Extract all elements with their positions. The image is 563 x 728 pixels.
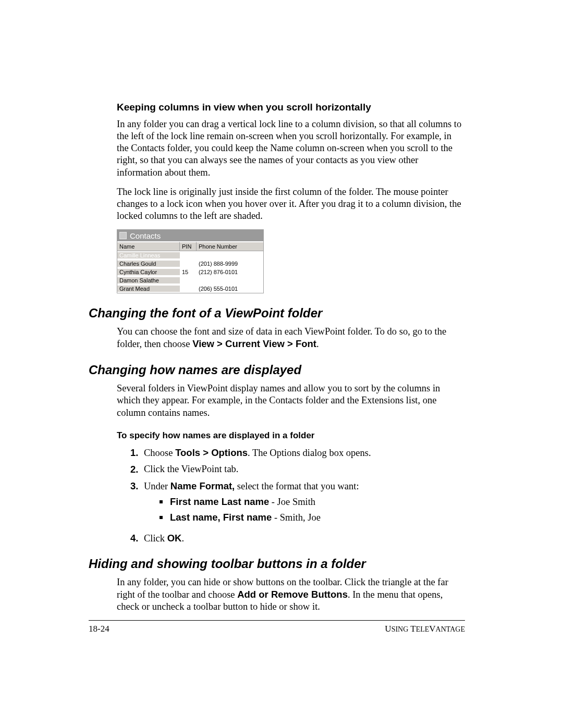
cell-name: Camille Linneas: [117, 252, 180, 258]
contacts-header-row: Name PIN Phone Number: [117, 241, 263, 251]
contacts-title-text: Contacts: [130, 231, 161, 240]
step-text: Click OK.: [144, 533, 465, 544]
list-item: 2. Click the ViewPoint tab.: [130, 464, 465, 475]
cell-pin: 15: [180, 269, 197, 275]
table-row[interactable]: Camille Linneas: [117, 251, 263, 260]
menu-add-remove-buttons: Add or Remove Buttons: [237, 589, 348, 600]
text: SING: [391, 625, 409, 633]
page-number: 18-24: [89, 624, 109, 634]
list-item: 4. Click OK.: [130, 533, 465, 544]
cell-name: Grant Mead: [117, 286, 180, 292]
text: .: [316, 339, 319, 349]
para-lockline-behavior: The lock line is originally just inside …: [117, 186, 465, 222]
label-name-format: Name Format,: [170, 480, 235, 491]
step-text: Under Name Format, select the format tha…: [144, 480, 465, 527]
text: ANTAGE: [436, 625, 465, 633]
option-last-first: Last name, First name: [170, 512, 272, 523]
table-row[interactable]: Charles Gould (201) 888-9999: [117, 260, 263, 268]
list-item: First name Last name - Joe Smith: [160, 496, 465, 508]
text: .: [181, 533, 184, 544]
square-bullet-icon: [160, 500, 163, 503]
cell-name: Cynthia Caylor: [117, 269, 180, 275]
text: select the format that you want:: [235, 481, 359, 491]
option-text: Last name, First name - Smith, Joe: [170, 512, 321, 523]
heading-hiding-toolbar: Hiding and showing toolbar buttons in a …: [89, 557, 465, 571]
text: Choose: [144, 448, 175, 458]
list-item: 1. Choose Tools > Options. The Options d…: [130, 447, 465, 459]
text: ELE: [416, 625, 430, 633]
text: V: [429, 624, 435, 634]
para-changing-font: You can choose the font and size of data…: [117, 326, 465, 350]
text: Click: [144, 533, 167, 544]
cell-name: Damon Salathe: [117, 277, 180, 283]
menu-path-view-font: View > Current View > Font: [192, 338, 316, 349]
subheading-specify-names: To specify how names are displayed in a …: [117, 430, 465, 441]
list-item: Last name, First name - Smith, Joe: [160, 512, 465, 523]
step-number: 3.: [130, 480, 144, 527]
step-number: 2.: [130, 464, 144, 475]
heading-changing-font: Changing the font of a ViewPoint folder: [89, 306, 465, 320]
text: - Joe Smith: [269, 497, 315, 507]
option-first-last: First name Last name: [170, 496, 269, 507]
page-footer: 18-24 USING TELEVANTAGE: [89, 620, 465, 634]
text: U: [385, 624, 391, 634]
cell-phone: (206) 555-0101: [197, 286, 263, 292]
para-hiding-toolbar: In any folder, you can hide or show butt…: [117, 576, 465, 613]
para-changing-names: Several folders in ViewPoint display nam…: [117, 382, 465, 418]
text: Under: [144, 481, 170, 491]
list-item: 3. Under Name Format, select the format …: [130, 480, 465, 527]
button-label-ok: OK: [167, 533, 182, 544]
col-header-pin[interactable]: PIN: [180, 242, 197, 251]
table-row[interactable]: Damon Salathe: [117, 276, 263, 285]
col-header-name[interactable]: Name: [117, 242, 180, 251]
cell-name: Charles Gould: [117, 261, 180, 267]
cell-phone: (201) 888-9999: [197, 261, 263, 267]
step-number: 4.: [130, 533, 144, 544]
table-row[interactable]: Cynthia Caylor 15 (212) 876-0101: [117, 268, 263, 276]
heading-keeping-columns: Keeping columns in view when you scroll …: [117, 102, 465, 113]
square-bullet-icon: [160, 516, 163, 519]
cell-phone: (212) 876-0101: [197, 269, 263, 275]
col-header-phone[interactable]: Phone Number: [197, 242, 263, 251]
table-row[interactable]: Grant Mead (206) 555-0101: [117, 285, 263, 293]
menu-path-tools-options: Tools > Options: [175, 447, 248, 458]
document-page: Keeping columns in view when you scroll …: [0, 0, 563, 728]
option-text: First name Last name - Joe Smith: [170, 496, 315, 508]
text: . The Options dialog box opens.: [248, 448, 371, 458]
contacts-icon: [119, 232, 127, 239]
format-options: First name Last name - Joe Smith Last na…: [160, 496, 465, 523]
step-text: Click the ViewPoint tab.: [144, 464, 465, 475]
para-lockline-intro: In any folder you can drag a vertical lo…: [117, 118, 465, 179]
contacts-window: Contacts Name PIN Phone Number Camille L…: [117, 229, 264, 293]
text: T: [408, 624, 415, 634]
text: - Smith, Joe: [272, 512, 321, 523]
step-number: 1.: [130, 447, 144, 459]
contacts-titlebar: Contacts: [117, 230, 263, 241]
step-text: Choose Tools > Options. The Options dial…: [144, 447, 465, 459]
steps-list: 1. Choose Tools > Options. The Options d…: [130, 447, 465, 544]
footer-title: USING TELEVANTAGE: [385, 624, 465, 634]
heading-changing-names: Changing how names are displayed: [89, 363, 465, 377]
